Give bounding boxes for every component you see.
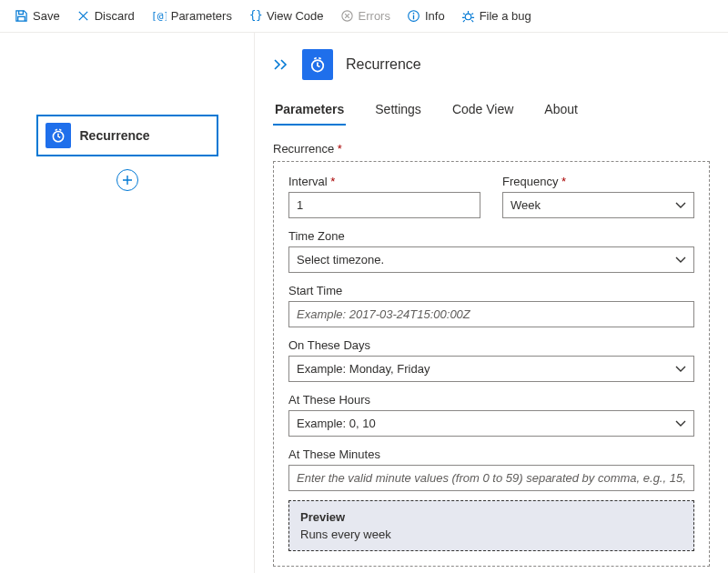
svg-point-6 <box>465 14 471 20</box>
panel-title: Recurrence <box>346 56 421 73</box>
tab-parameters[interactable]: Parameters <box>273 96 346 126</box>
error-icon <box>340 9 354 23</box>
frequency-select[interactable]: Week <box>502 192 694 218</box>
main-area: Recurrence Recurrence Parameters Setting… <box>0 33 728 573</box>
properties-pane: Recurrence Parameters Settings Code View… <box>255 33 728 573</box>
discard-button[interactable]: Discard <box>69 5 142 26</box>
parameters-button[interactable]: [@] Parameters <box>144 5 239 26</box>
tab-code-view[interactable]: Code View <box>450 96 515 126</box>
at-hours-select[interactable]: Example: 0, 10 <box>288 410 694 437</box>
svg-text:{}: {} <box>249 9 262 22</box>
recurrence-form: Interval * Frequency * Week Time Zone <box>273 161 710 567</box>
svg-point-4 <box>413 13 415 15</box>
svg-text:[@]: [@] <box>151 10 167 22</box>
timezone-select[interactable]: Select timezone. <box>288 246 694 273</box>
info-label: Info <box>425 9 445 23</box>
timezone-label: Time Zone <box>288 229 694 243</box>
svg-rect-5 <box>413 15 414 20</box>
errors-label: Errors <box>359 9 390 23</box>
close-icon <box>76 9 90 23</box>
parameters-label: Parameters <box>171 9 232 23</box>
toolbar: Save Discard [@] Parameters {} View Code… <box>0 0 728 33</box>
chevron-down-icon <box>675 417 686 430</box>
info-icon <box>407 9 420 23</box>
clock-icon <box>46 123 71 148</box>
clock-icon <box>302 49 333 80</box>
braces-icon: {} <box>248 9 262 23</box>
at-minutes-label: At These Minutes <box>288 447 694 461</box>
chevron-down-icon <box>675 362 686 376</box>
parameters-icon: [@] <box>151 9 167 23</box>
chevron-down-icon <box>675 253 686 266</box>
panel-header: Recurrence <box>273 49 710 80</box>
save-button[interactable]: Save <box>7 5 67 26</box>
preview-title: Preview <box>300 510 682 524</box>
info-button[interactable]: Info <box>399 5 452 26</box>
tab-settings[interactable]: Settings <box>373 96 423 126</box>
save-label: Save <box>33 9 60 23</box>
chevron-down-icon <box>675 198 686 212</box>
preview-text: Runs every week <box>300 528 682 541</box>
at-hours-label: At These Hours <box>288 393 694 407</box>
errors-button: Errors <box>333 5 398 26</box>
tab-about[interactable]: About <box>542 96 580 126</box>
on-days-select[interactable]: Example: Monday, Friday <box>288 356 694 382</box>
frequency-label: Frequency * <box>502 175 694 188</box>
recurrence-section-label: Recurrence * <box>273 142 710 156</box>
interval-input[interactable] <box>288 192 480 218</box>
collapse-button[interactable] <box>273 58 289 71</box>
add-step-button[interactable] <box>116 169 138 191</box>
preview-box: Preview Runs every week <box>288 500 694 551</box>
on-days-label: On These Days <box>288 338 694 352</box>
chevron-right-double-icon <box>273 58 289 71</box>
file-bug-label: File a bug <box>480 9 531 23</box>
canvas-pane: Recurrence <box>0 33 255 573</box>
discard-label: Discard <box>95 9 135 23</box>
start-time-label: Start Time <box>288 284 694 297</box>
save-icon <box>15 9 28 23</box>
at-minutes-input[interactable] <box>288 465 694 491</box>
interval-label: Interval * <box>288 175 480 188</box>
recurrence-node[interactable]: Recurrence <box>36 115 218 156</box>
bug-icon <box>461 9 475 23</box>
view-code-label: View Code <box>267 9 324 23</box>
file-bug-button[interactable]: File a bug <box>454 5 539 26</box>
tab-bar: Parameters Settings Code View About <box>273 96 710 126</box>
view-code-button[interactable]: {} View Code <box>241 5 331 26</box>
start-time-input[interactable] <box>288 301 694 327</box>
node-title: Recurrence <box>80 128 150 143</box>
required-indicator: * <box>338 142 342 156</box>
plus-icon <box>122 175 133 186</box>
